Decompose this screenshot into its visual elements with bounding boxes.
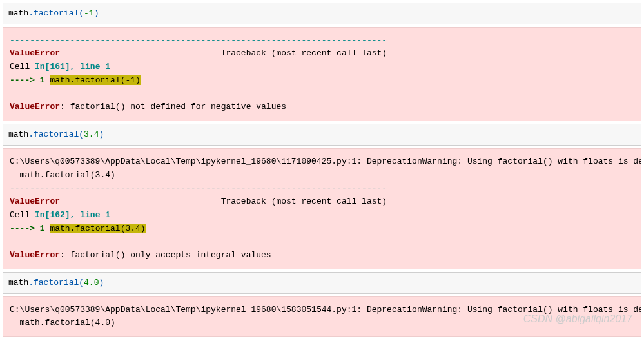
code-token: -1 — [84, 8, 94, 18]
cell-ref: In[162], line 1 — [35, 210, 110, 220]
code-cell[interactable]: math.factorial(4.0) — [3, 272, 641, 294]
error-name: ValueError — [10, 250, 60, 260]
code-cell[interactable]: math.factorial(3.4) — [3, 124, 641, 146]
deprecation-warning-code: math.factorial(4.0) — [10, 318, 115, 327]
code-token: math — [8, 130, 28, 139]
warning-output: C:\Users\q00573389\AppData\Local\Temp\ip… — [3, 296, 641, 338]
error-name: ValueError — [10, 197, 60, 206]
traceback-divider: ----------------------------------------… — [10, 183, 387, 193]
deprecation-warning-path: C:\Users\q00573389\AppData\Local\Temp\ip… — [10, 157, 641, 166]
code-cell[interactable]: math.factorial(-1) — [3, 3, 641, 24]
error-message: factorial() only accepts integral values — [70, 250, 271, 260]
error-message: factorial() not defined for negative val… — [70, 102, 286, 111]
code-token: ) — [99, 130, 104, 139]
code-token: 4.0 — [84, 278, 99, 287]
traceback-lineno: 1 — [40, 224, 45, 233]
traceback-label: Traceback (most recent call last) — [221, 48, 387, 58]
traceback-label: Traceback (most recent call last) — [221, 197, 387, 206]
code-token: math — [8, 278, 28, 287]
traceback-divider: ----------------------------------------… — [10, 35, 387, 45]
error-name: ValueError — [10, 102, 60, 111]
deprecation-warning-code: math.factorial(3.4) — [10, 170, 115, 180]
code-token: math — [8, 8, 28, 18]
cell-ref-prefix: Cell — [10, 210, 35, 220]
highlighted-code: math.factorial(3.4) — [50, 224, 145, 233]
code-token: .factorial( — [28, 130, 84, 139]
code-token: ) — [94, 8, 99, 18]
code-token: .factorial( — [28, 278, 84, 287]
traceback-arrow: ----> — [10, 224, 40, 233]
code-token: .factorial( — [28, 8, 84, 18]
traceback-arrow: ----> — [10, 75, 40, 85]
traceback-lineno: 1 — [40, 75, 45, 85]
highlighted-code: math.factorial(-1) — [50, 75, 140, 85]
cell-ref-prefix: Cell — [10, 62, 35, 72]
error-output: C:\Users\q00573389\AppData\Local\Temp\ip… — [3, 148, 641, 269]
cell-ref: In[161], line 1 — [35, 62, 110, 72]
error-output: ----------------------------------------… — [3, 27, 641, 122]
deprecation-warning-path: C:\Users\q00573389\AppData\Local\Temp\ip… — [10, 305, 641, 315]
code-token: ) — [99, 278, 104, 287]
code-token: 3.4 — [84, 130, 99, 139]
error-name: ValueError — [10, 48, 60, 58]
